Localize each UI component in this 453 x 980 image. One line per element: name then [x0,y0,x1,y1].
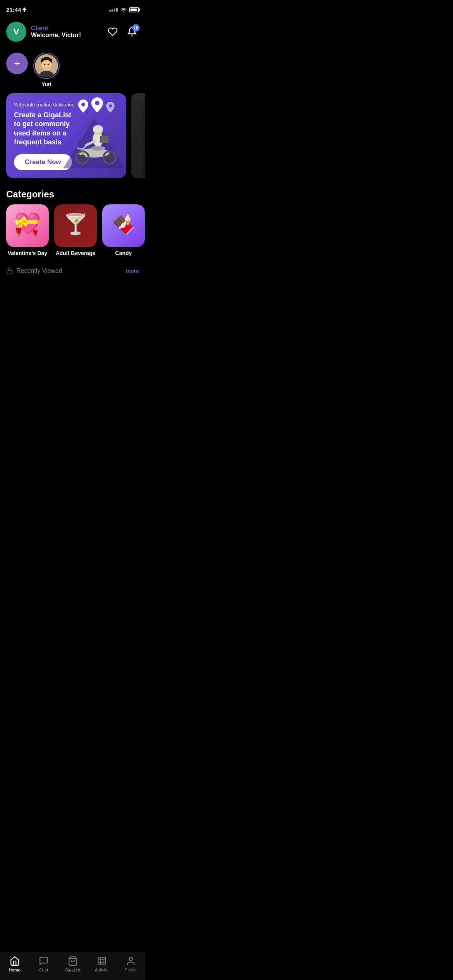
svg-point-18 [106,154,113,161]
wifi-icon [120,7,127,12]
story-row: + Yuri [0,46,145,90]
story-item[interactable]: Yuri [33,53,60,87]
status-bar: 21:44 [0,0,145,17]
category-thumb-beverage: 🍸 [54,204,97,247]
svg-rect-12 [101,136,108,143]
svg-text:🌹: 🌹 [14,227,24,236]
recently-viewed-left: Recently Viewed [6,267,62,275]
category-item-beverage[interactable]: 🍸 Adult Beverage [54,204,97,256]
pin-icon-1 [78,99,88,113]
svg-rect-27 [7,271,12,274]
categories-section-title: Categories [0,181,145,204]
category-thumb-candy: 🍫 🍦 [102,204,145,247]
svg-point-9 [93,125,103,133]
header: V Client Welcome, Victor! 18 [0,17,145,46]
svg-text:🍸: 🍸 [63,212,89,236]
scooter-illustration [63,114,123,174]
favorites-button[interactable] [106,25,120,39]
status-time: 21:44 [6,7,26,13]
header-actions: 18 [106,25,139,39]
add-story-button[interactable]: + [6,53,28,74]
story-name: Yuri [42,81,51,87]
story-avatar [35,54,58,77]
status-icons [109,7,139,12]
lock-icon [6,267,13,275]
category-item-candy[interactable]: 🍫 🍦 Candy [102,204,145,256]
promo-scroll: Schedule routine deliveries Create a Gig… [0,90,145,181]
svg-point-2 [41,60,51,70]
category-name-beverage: Adult Beverage [56,250,96,256]
notification-badge: 18 [132,24,140,32]
pin-icon-3 [106,102,115,113]
avatar[interactable]: V [6,22,26,42]
svg-line-20 [78,148,82,149]
story-avatar-wrapper [33,53,60,79]
category-name-candy: Candy [115,250,132,256]
promo-card[interactable]: Schedule routine deliveries Create a Gig… [6,93,126,178]
category-name-valentines: Valentine's Day [8,250,47,256]
svg-point-14 [91,146,105,151]
svg-point-4 [48,63,49,65]
svg-text:🌹: 🌹 [31,229,39,237]
promo-card-partial [131,93,145,178]
location-pins-illustration [78,97,115,113]
signal-icon [109,8,118,12]
category-item-valentines[interactable]: 💝 🌹 🌹 Valentine's Day [6,204,49,256]
greeting-text: Welcome, Victor! [31,32,81,39]
category-thumb-valentines: 💝 🌹 🌹 [6,204,49,247]
recently-viewed-more[interactable]: more [126,268,139,274]
notifications-button[interactable]: 18 [125,25,139,39]
battery-icon [129,7,139,12]
recently-viewed-bar: Recently Viewed more [0,261,145,306]
header-text: Client Welcome, Victor! [31,25,81,39]
svg-point-3 [44,63,45,65]
svg-text:🍦: 🍦 [122,213,134,225]
categories-row: 💝 🌹 🌹 Valentine's Day 🍸 Adult Beverage 🍫… [0,204,145,261]
user-role: Client [31,25,81,32]
recently-viewed-label: Recently Viewed [16,267,62,274]
pin-icon-2 [91,97,103,113]
svg-point-16 [79,154,86,161]
